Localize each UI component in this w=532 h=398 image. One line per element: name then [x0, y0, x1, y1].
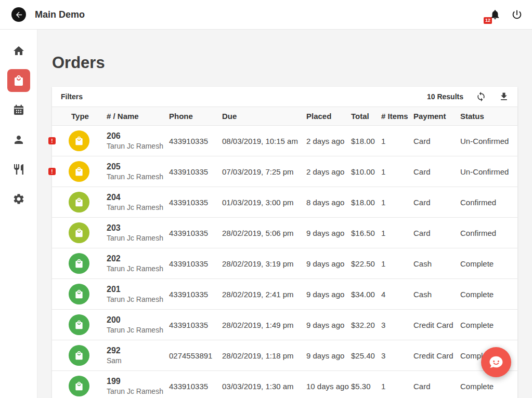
order-items-count: 1 — [381, 126, 413, 156]
order-phone: 433910335 — [169, 187, 222, 218]
order-customer-name: Tarun Jc Ramesh — [107, 142, 169, 150]
order-placed: 9 days ago — [306, 279, 351, 310]
order-customer-name: Tarun Jc Ramesh — [107, 387, 169, 395]
order-phone: 433910335 — [169, 126, 222, 156]
order-placed: 9 days ago — [306, 218, 351, 248]
power-icon — [511, 9, 523, 20]
sidebar-item-calendar[interactable] — [7, 99, 30, 122]
order-number: 199 — [107, 377, 169, 386]
order-payment: Card — [413, 126, 460, 156]
download-icon — [499, 91, 509, 102]
table-row[interactable]: ! 203 Tarun Jc Ramesh 433910335 28/02/20… — [52, 218, 517, 248]
order-customer-name: Tarun Jc Ramesh — [107, 234, 169, 242]
filters-toggle[interactable]: Filters — [61, 92, 83, 101]
column-header-total: Total — [351, 107, 381, 126]
arrow-left-icon — [15, 10, 23, 19]
back-button[interactable] — [11, 7, 26, 22]
home-icon — [12, 45, 25, 57]
order-due: 08/03/2019, 10:15 am — [222, 126, 306, 156]
order-payment: Cash — [413, 279, 460, 310]
refresh-button[interactable] — [476, 91, 486, 102]
column-header-status: Status — [460, 107, 517, 126]
order-items-count: 1 — [381, 248, 413, 279]
topbar: Main Demo 12 — [0, 0, 532, 30]
download-button[interactable] — [499, 91, 509, 102]
order-total: $22.50 — [351, 248, 381, 279]
table-row[interactable]: ! 205 Tarun Jc Ramesh 433910335 07/03/20… — [52, 156, 517, 187]
table-header-row: Type # / Name Phone Due Placed Total # I… — [52, 107, 517, 126]
order-number: 203 — [107, 223, 169, 233]
order-placed: 9 days ago — [306, 248, 351, 279]
order-phone: 433910335 — [169, 371, 222, 398]
order-type-icon — [69, 253, 89, 274]
sidebar-item-home[interactable] — [7, 39, 30, 62]
order-total: $34.00 — [351, 279, 381, 310]
order-payment: Credit Card — [413, 310, 460, 340]
order-phone: 0274553891 — [169, 340, 222, 371]
results-count: 10 Results — [427, 92, 463, 101]
order-items-count: 1 — [381, 156, 413, 187]
order-customer-name: Tarun Jc Ramesh — [107, 264, 169, 273]
sidebar — [0, 30, 37, 398]
alert-icon: ! — [48, 137, 56, 144]
table-row[interactable]: ! 200 Tarun Jc Ramesh 433910335 28/02/20… — [52, 310, 517, 340]
order-customer-name: Sam — [107, 356, 169, 365]
column-header-placed: Placed — [306, 107, 351, 126]
help-chat-button[interactable] — [481, 347, 511, 377]
table-row[interactable]: ! 201 Tarun Jc Ramesh 433910335 28/02/20… — [52, 279, 517, 310]
orders-panel: Filters 10 Results — [52, 87, 517, 398]
order-status: Un-Confirmed — [460, 126, 517, 156]
order-total: $18.00 — [351, 126, 381, 156]
order-type-icon — [69, 130, 89, 151]
order-type-icon — [69, 222, 89, 243]
order-number: 204 — [107, 193, 169, 202]
order-items-count: 1 — [381, 218, 413, 248]
table-row[interactable]: ! 202 Tarun Jc Ramesh 433910335 28/02/20… — [52, 248, 517, 279]
logout-button[interactable] — [511, 9, 523, 20]
order-due: 07/03/2019, 7:25 pm — [222, 156, 306, 187]
order-number: 205 — [107, 162, 169, 171]
restaurant-icon — [12, 163, 25, 176]
order-placed: 9 days ago — [306, 310, 351, 340]
order-customer-name: Tarun Jc Ramesh — [107, 326, 169, 334]
column-header-due: Due — [222, 107, 306, 126]
column-header-type: Type — [52, 107, 107, 126]
sidebar-item-menu[interactable] — [7, 158, 30, 181]
order-status: Complete — [460, 279, 517, 310]
order-due: 28/02/2019, 2:41 pm — [222, 279, 306, 310]
order-type-icon — [69, 161, 89, 182]
sidebar-item-settings[interactable] — [7, 188, 30, 210]
chat-smiley-icon — [488, 354, 504, 370]
order-phone: 433910335 — [169, 279, 222, 310]
sidebar-item-orders[interactable] — [7, 69, 30, 92]
calendar-icon — [12, 104, 25, 116]
table-row[interactable]: ! 206 Tarun Jc Ramesh 433910335 08/03/20… — [52, 126, 517, 156]
order-phone: 433910335 — [169, 310, 222, 340]
order-type-icon — [69, 345, 89, 366]
order-placed: 2 days ago — [306, 126, 351, 156]
order-due: 28/02/2019, 1:18 pm — [222, 340, 306, 371]
main-content: Orders Filters 10 Results — [37, 30, 532, 398]
orders-table-body: ! 206 Tarun Jc Ramesh 433910335 08/03/20… — [52, 126, 517, 398]
order-due: 03/03/2019, 1:30 am — [222, 371, 306, 398]
order-number: 200 — [107, 315, 169, 325]
order-type-icon — [69, 284, 89, 304]
order-placed: 2 days ago — [306, 156, 351, 187]
order-total: $16.50 — [351, 218, 381, 248]
column-header-name: # / Name — [107, 107, 169, 126]
order-placed: 8 days ago — [306, 187, 351, 218]
sidebar-item-customers[interactable] — [7, 128, 30, 151]
notifications-button[interactable]: 12 — [489, 9, 501, 20]
page-title: Orders — [52, 52, 517, 73]
order-status: Confirmed — [460, 187, 517, 218]
notification-count-badge: 12 — [484, 17, 492, 24]
table-row[interactable]: ! 204 Tarun Jc Ramesh 433910335 01/03/20… — [52, 187, 517, 218]
order-payment: Card — [413, 187, 460, 218]
table-row[interactable]: ! 292 Sam 0274553891 28/02/2019, 1:18 pm… — [52, 340, 517, 371]
column-header-payment: Payment — [413, 107, 460, 126]
order-status: Confirmed — [460, 218, 517, 248]
order-items-count: 3 — [381, 340, 413, 371]
order-customer-name: Tarun Jc Ramesh — [107, 295, 169, 303]
table-row[interactable]: ! 199 Tarun Jc Ramesh 433910335 03/03/20… — [52, 371, 517, 398]
order-payment: Card — [413, 218, 460, 248]
